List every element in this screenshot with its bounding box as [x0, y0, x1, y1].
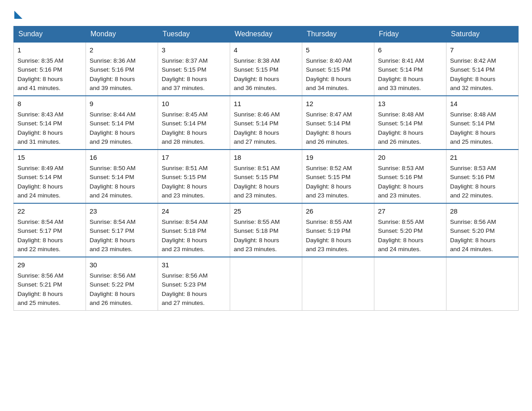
table-row: 6Sunrise: 8:41 AMSunset: 5:14 PMDaylight…	[374, 42, 446, 96]
day-number: 17	[162, 153, 226, 163]
page-header	[13, 9, 519, 17]
table-row: 20Sunrise: 8:53 AMSunset: 5:16 PMDayligh…	[374, 150, 446, 203]
day-number: 20	[378, 153, 442, 163]
day-info: Sunrise: 8:51 AMSunset: 5:15 PMDaylight:…	[162, 165, 208, 199]
day-info: Sunrise: 8:35 AMSunset: 5:16 PMDaylight:…	[17, 57, 64, 92]
day-info: Sunrise: 8:49 AMSunset: 5:14 PMDaylight:…	[17, 165, 64, 199]
table-row: 5Sunrise: 8:40 AMSunset: 5:15 PMDaylight…	[302, 42, 374, 96]
day-number: 19	[306, 153, 370, 163]
table-row: 29Sunrise: 8:56 AMSunset: 5:21 PMDayligh…	[14, 257, 86, 311]
day-number: 27	[378, 206, 442, 216]
day-number: 8	[17, 99, 82, 109]
day-number: 18	[234, 153, 298, 163]
table-row: 14Sunrise: 8:48 AMSunset: 5:14 PMDayligh…	[446, 96, 519, 150]
day-info: Sunrise: 8:55 AMSunset: 5:18 PMDaylight:…	[234, 218, 280, 253]
calendar-week-row: 15Sunrise: 8:49 AMSunset: 5:14 PMDayligh…	[14, 150, 519, 203]
day-info: Sunrise: 8:54 AMSunset: 5:18 PMDaylight:…	[162, 218, 208, 253]
table-row: 19Sunrise: 8:52 AMSunset: 5:15 PMDayligh…	[302, 150, 374, 203]
day-info: Sunrise: 8:36 AMSunset: 5:16 PMDaylight:…	[90, 57, 136, 92]
table-row: 8Sunrise: 8:43 AMSunset: 5:14 PMDaylight…	[14, 96, 86, 150]
day-info: Sunrise: 8:53 AMSunset: 5:16 PMDaylight:…	[378, 165, 424, 199]
table-row: 15Sunrise: 8:49 AMSunset: 5:14 PMDayligh…	[14, 150, 86, 203]
day-info: Sunrise: 8:54 AMSunset: 5:17 PMDaylight:…	[17, 218, 64, 253]
day-number: 29	[17, 260, 82, 270]
table-row: 17Sunrise: 8:51 AMSunset: 5:15 PMDayligh…	[158, 150, 230, 203]
day-number: 7	[450, 45, 515, 55]
day-info: Sunrise: 8:47 AMSunset: 5:14 PMDaylight:…	[306, 111, 352, 146]
col-friday: Friday	[374, 26, 446, 43]
logo-triangle-icon	[14, 11, 22, 19]
calendar-week-row: 29Sunrise: 8:56 AMSunset: 5:21 PMDayligh…	[14, 257, 519, 311]
day-number: 22	[17, 206, 82, 216]
day-info: Sunrise: 8:45 AMSunset: 5:14 PMDaylight:…	[162, 111, 208, 146]
calendar-table: Sunday Monday Tuesday Wednesday Thursday…	[13, 26, 519, 311]
day-info: Sunrise: 8:55 AMSunset: 5:20 PMDaylight:…	[378, 218, 424, 253]
calendar-week-row: 8Sunrise: 8:43 AMSunset: 5:14 PMDaylight…	[14, 96, 519, 150]
table-row: 4Sunrise: 8:38 AMSunset: 5:15 PMDaylight…	[230, 42, 302, 96]
day-number: 6	[378, 45, 442, 55]
day-info: Sunrise: 8:38 AMSunset: 5:15 PMDaylight:…	[234, 57, 280, 92]
day-number: 12	[306, 99, 370, 109]
day-number: 26	[306, 206, 370, 216]
day-info: Sunrise: 8:43 AMSunset: 5:14 PMDaylight:…	[17, 111, 64, 146]
table-row: 9Sunrise: 8:44 AMSunset: 5:14 PMDaylight…	[86, 96, 158, 150]
table-row: 11Sunrise: 8:46 AMSunset: 5:14 PMDayligh…	[230, 96, 302, 150]
table-row: 13Sunrise: 8:48 AMSunset: 5:14 PMDayligh…	[374, 96, 446, 150]
day-info: Sunrise: 8:56 AMSunset: 5:21 PMDaylight:…	[17, 272, 64, 307]
day-number: 16	[90, 153, 154, 163]
day-info: Sunrise: 8:44 AMSunset: 5:14 PMDaylight:…	[90, 111, 136, 146]
calendar-week-row: 1Sunrise: 8:35 AMSunset: 5:16 PMDaylight…	[14, 42, 519, 96]
day-info: Sunrise: 8:56 AMSunset: 5:22 PMDaylight:…	[90, 272, 136, 307]
day-info: Sunrise: 8:48 AMSunset: 5:14 PMDaylight:…	[450, 111, 496, 146]
table-row	[230, 257, 302, 311]
col-saturday: Saturday	[446, 26, 519, 43]
day-number: 11	[234, 99, 298, 109]
table-row: 16Sunrise: 8:50 AMSunset: 5:14 PMDayligh…	[86, 150, 158, 203]
day-number: 24	[162, 206, 226, 216]
day-info: Sunrise: 8:56 AMSunset: 5:23 PMDaylight:…	[162, 272, 208, 307]
day-number: 25	[234, 206, 298, 216]
table-row: 10Sunrise: 8:45 AMSunset: 5:14 PMDayligh…	[158, 96, 230, 150]
table-row: 3Sunrise: 8:37 AMSunset: 5:15 PMDaylight…	[158, 42, 230, 96]
day-number: 3	[162, 45, 226, 55]
table-row: 26Sunrise: 8:55 AMSunset: 5:19 PMDayligh…	[302, 203, 374, 257]
table-row: 18Sunrise: 8:51 AMSunset: 5:15 PMDayligh…	[230, 150, 302, 203]
day-number: 10	[162, 99, 226, 109]
day-number: 2	[90, 45, 154, 55]
table-row: 7Sunrise: 8:42 AMSunset: 5:14 PMDaylight…	[446, 42, 519, 96]
table-row: 31Sunrise: 8:56 AMSunset: 5:23 PMDayligh…	[158, 257, 230, 311]
day-info: Sunrise: 8:40 AMSunset: 5:15 PMDaylight:…	[306, 57, 352, 92]
day-info: Sunrise: 8:56 AMSunset: 5:20 PMDaylight:…	[450, 218, 496, 253]
day-info: Sunrise: 8:55 AMSunset: 5:19 PMDaylight:…	[306, 218, 352, 253]
table-row	[446, 257, 519, 311]
day-number: 21	[450, 153, 515, 163]
calendar-week-row: 22Sunrise: 8:54 AMSunset: 5:17 PMDayligh…	[14, 203, 519, 257]
day-info: Sunrise: 8:41 AMSunset: 5:14 PMDaylight:…	[378, 57, 424, 92]
day-number: 13	[378, 99, 442, 109]
day-info: Sunrise: 8:48 AMSunset: 5:14 PMDaylight:…	[378, 111, 424, 146]
day-info: Sunrise: 8:54 AMSunset: 5:17 PMDaylight:…	[90, 218, 136, 253]
table-row: 27Sunrise: 8:55 AMSunset: 5:20 PMDayligh…	[374, 203, 446, 257]
col-monday: Monday	[86, 26, 158, 43]
table-row	[374, 257, 446, 311]
col-sunday: Sunday	[14, 26, 86, 43]
table-row: 2Sunrise: 8:36 AMSunset: 5:16 PMDaylight…	[86, 42, 158, 96]
table-row: 24Sunrise: 8:54 AMSunset: 5:18 PMDayligh…	[158, 203, 230, 257]
day-number: 1	[17, 45, 82, 55]
calendar-header-row: Sunday Monday Tuesday Wednesday Thursday…	[14, 26, 519, 43]
col-thursday: Thursday	[302, 26, 374, 43]
table-row: 30Sunrise: 8:56 AMSunset: 5:22 PMDayligh…	[86, 257, 158, 311]
col-tuesday: Tuesday	[158, 26, 230, 43]
col-wednesday: Wednesday	[230, 26, 302, 43]
day-number: 14	[450, 99, 515, 109]
day-info: Sunrise: 8:51 AMSunset: 5:15 PMDaylight:…	[234, 165, 280, 199]
table-row	[302, 257, 374, 311]
day-info: Sunrise: 8:37 AMSunset: 5:15 PMDaylight:…	[162, 57, 208, 92]
day-number: 5	[306, 45, 370, 55]
day-number: 23	[90, 206, 154, 216]
day-number: 4	[234, 45, 298, 55]
day-info: Sunrise: 8:42 AMSunset: 5:14 PMDaylight:…	[450, 57, 496, 92]
logo	[13, 9, 22, 17]
day-number: 9	[90, 99, 154, 109]
table-row: 28Sunrise: 8:56 AMSunset: 5:20 PMDayligh…	[446, 203, 519, 257]
